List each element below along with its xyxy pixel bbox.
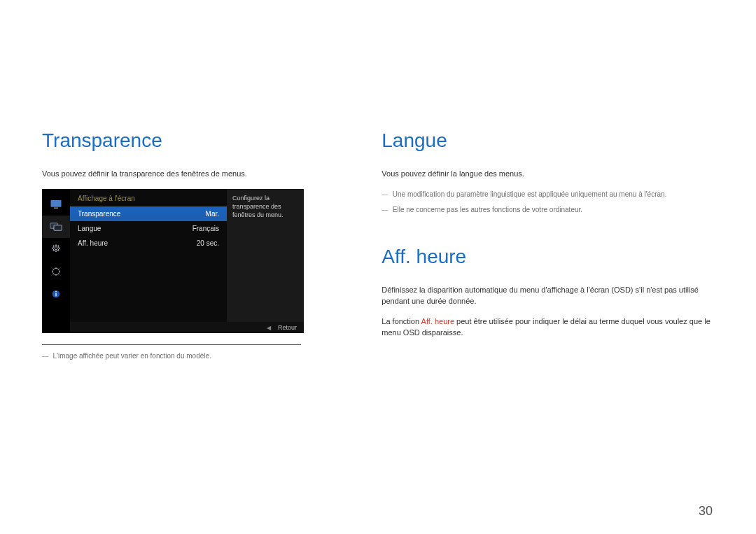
osd-tab-bar [42,189,70,333]
back-arrow-icon: ◀ [267,325,271,331]
osd-row-label: Transparence [78,210,120,218]
osd-menu-screenshot: Affichage à l'écran Transparence Mar. La… [42,189,304,333]
svg-rect-1 [54,208,58,209]
svg-rect-3 [54,225,62,231]
affheure-p1: Définissez la disparition automatique du… [382,285,714,307]
onscreen-display-tab-icon [42,216,70,238]
svg-point-4 [55,247,57,250]
osd-row-value: Français [192,225,219,232]
langue-note-2: Elle ne concerne pas les autres fonction… [382,204,714,216]
affheure-p2: La fonction Aff. heure peut être utilisé… [382,316,714,338]
osd-row-langue: Langue Français [70,221,227,236]
osd-row-affheure: Aff. heure 20 sec. [70,236,227,251]
svg-rect-8 [55,291,56,292]
osd-row-value: 20 sec. [197,239,219,247]
osd-footer-label: Retour [278,324,297,331]
affheure-title: Aff. heure [382,246,714,268]
langue-note-1: Une modification du paramètre linguistiq… [382,189,714,200]
settings-tab-icon [42,260,70,283]
langue-intro: Vous pouvez définir la langue des menus. [382,169,714,179]
picture-tab-icon [42,193,70,216]
osd-row-transparence: Transparence Mar. [70,206,227,221]
osd-main-panel: Affichage à l'écran Transparence Mar. La… [70,189,227,333]
osd-description-box: Configurez la transparence des fenêtres … [227,189,304,333]
langue-title: Langue [382,129,714,152]
osd-footer: ◀ Retour [70,322,304,333]
osd-row-label: Aff. heure [78,239,108,247]
info-tab-icon [42,283,70,305]
page-number: 30 [699,504,713,519]
image-vary-footnote: L'image affichée peut varier en fonction… [42,351,340,362]
osd-row-value: Mar. [206,210,219,218]
svg-rect-0 [51,200,62,207]
osd-header: Affichage à l'écran [70,189,227,206]
affheure-highlight: Aff. heure [421,317,455,325]
system-tab-icon [42,238,70,260]
osd-row-label: Langue [78,225,101,232]
svg-rect-7 [55,293,56,297]
transparence-intro: Vous pouvez définir la transparence des … [42,169,340,179]
footnote-divider [42,344,301,345]
svg-point-5 [52,269,59,275]
transparence-title: Transparence [42,129,340,152]
